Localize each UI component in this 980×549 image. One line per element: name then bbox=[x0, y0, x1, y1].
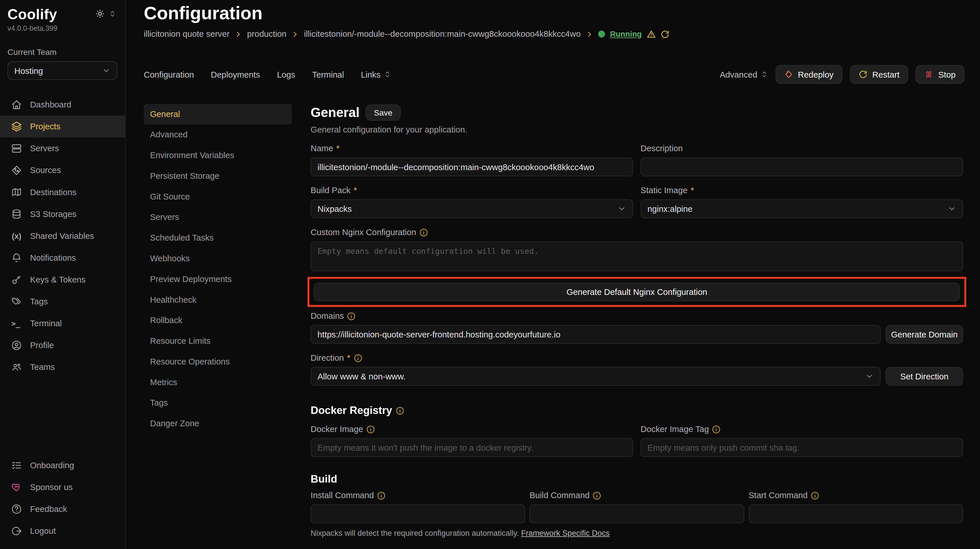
redeploy-icon bbox=[784, 70, 793, 79]
section-heading-docker-registry: Docker Registry bbox=[311, 404, 963, 417]
info-icon[interactable] bbox=[811, 491, 819, 500]
chevrons-up-down-icon bbox=[760, 71, 768, 78]
sidebar-item-projects[interactable]: Projects bbox=[0, 116, 125, 137]
subnav-resource-operations[interactable]: Resource Operations bbox=[144, 351, 292, 372]
sidebar-footer: Onboarding Sponsor us Feedback Logout bbox=[0, 454, 125, 542]
domains-input[interactable] bbox=[311, 325, 881, 344]
sidebar-item-s3-storages[interactable]: S3 Storages bbox=[0, 203, 125, 225]
chevrons-up-down-icon bbox=[383, 71, 391, 78]
tab-logs[interactable]: Logs bbox=[277, 70, 296, 79]
variables-icon: (x) bbox=[11, 232, 22, 240]
stop-button[interactable]: Stop bbox=[916, 65, 964, 84]
sidebar-item-servers[interactable]: Servers bbox=[0, 137, 125, 159]
subnav-environment-variables[interactable]: Environment Variables bbox=[144, 145, 292, 166]
info-icon[interactable] bbox=[419, 228, 428, 237]
subnav-advanced[interactable]: Advanced bbox=[144, 124, 292, 145]
name-label: Name* bbox=[311, 144, 633, 153]
layers-icon bbox=[11, 121, 22, 132]
docker-image-input[interactable] bbox=[311, 438, 633, 457]
subnav-general[interactable]: General bbox=[144, 104, 292, 124]
info-icon[interactable] bbox=[396, 406, 404, 415]
subnav-rollback[interactable]: Rollback bbox=[144, 310, 292, 331]
tab-terminal[interactable]: Terminal bbox=[312, 70, 344, 79]
alert-triangle-icon[interactable] bbox=[647, 30, 655, 38]
info-icon[interactable] bbox=[353, 353, 362, 362]
start-command-input[interactable] bbox=[749, 504, 963, 523]
sidebar-item-shared-variables[interactable]: (x) Shared Variables bbox=[0, 225, 125, 247]
build-pack-label: Build Pack* bbox=[311, 186, 633, 195]
sidebar-item-keys-tokens[interactable]: Keys & Tokens bbox=[0, 269, 125, 291]
direction-select[interactable]: Allow www & non-www. bbox=[311, 367, 881, 386]
static-image-select[interactable]: nginx:alpine bbox=[641, 199, 963, 218]
restart-icon bbox=[858, 70, 867, 79]
sidebar-item-onboarding[interactable]: Onboarding bbox=[0, 454, 125, 476]
team-select-value: Hosting bbox=[14, 66, 43, 75]
save-button[interactable]: Save bbox=[366, 104, 401, 121]
generate-domain-button[interactable]: Generate Domain bbox=[886, 325, 963, 344]
logout-icon bbox=[11, 526, 22, 536]
build-pack-select[interactable]: Nixpacks bbox=[311, 199, 633, 218]
tab-configuration[interactable]: Configuration bbox=[144, 70, 194, 79]
generate-nginx-button[interactable]: Generate Default Nginx Configuration bbox=[314, 283, 960, 301]
set-direction-button[interactable]: Set Direction bbox=[886, 367, 963, 386]
subnav-tags[interactable]: Tags bbox=[144, 393, 292, 413]
subnav-git-source[interactable]: Git Source bbox=[144, 186, 292, 207]
custom-nginx-textarea[interactable] bbox=[311, 241, 963, 271]
sidebar-item-tags[interactable]: Tags bbox=[0, 291, 125, 312]
heart-hands-icon bbox=[11, 482, 22, 493]
theme-toggle-sun-icon[interactable] bbox=[96, 10, 104, 18]
info-icon[interactable] bbox=[366, 425, 375, 433]
tab-links[interactable]: Links bbox=[361, 70, 391, 79]
build-command-input[interactable] bbox=[530, 504, 745, 523]
server-icon bbox=[11, 143, 22, 154]
name-input[interactable] bbox=[311, 158, 633, 176]
sidebar-item-teams[interactable]: Teams bbox=[0, 356, 125, 378]
docker-image-tag-label: Docker Image Tag bbox=[641, 425, 963, 434]
team-select[interactable]: Hosting bbox=[8, 61, 118, 80]
subnav-danger-zone[interactable]: Danger Zone bbox=[144, 413, 292, 434]
description-input[interactable] bbox=[641, 158, 963, 176]
sidebar-item-profile[interactable]: Profile bbox=[0, 334, 125, 356]
install-command-input[interactable] bbox=[311, 504, 525, 523]
status-running-link[interactable]: Running bbox=[610, 30, 642, 38]
subnav-preview-deployments[interactable]: Preview Deployments bbox=[144, 269, 292, 290]
info-icon[interactable] bbox=[377, 491, 386, 500]
sidebar-item-feedback[interactable]: Feedback bbox=[0, 498, 125, 520]
subnav-scheduled-tasks[interactable]: Scheduled Tasks bbox=[144, 228, 292, 248]
page-title: Configuration bbox=[144, 3, 262, 24]
sidebar-item-notifications[interactable]: Notifications bbox=[0, 247, 125, 269]
section-heading-build: Build bbox=[311, 473, 963, 485]
framework-docs-link[interactable]: Framework Specific Docs bbox=[521, 529, 609, 538]
subnav-resource-limits[interactable]: Resource Limits bbox=[144, 331, 292, 351]
subnav-healthcheck[interactable]: Healthcheck bbox=[144, 290, 292, 310]
subnav-servers[interactable]: Servers bbox=[144, 207, 292, 228]
nixpacks-note: Nixpacks will detect the required config… bbox=[311, 529, 963, 538]
subnav-metrics[interactable]: Metrics bbox=[144, 372, 292, 393]
tab-deployments[interactable]: Deployments bbox=[211, 70, 260, 79]
breadcrumb-resource[interactable]: illicitestonion/-module--decomposition:m… bbox=[304, 29, 581, 39]
redeploy-button[interactable]: Redeploy bbox=[775, 65, 842, 84]
description-label: Description bbox=[641, 144, 963, 153]
docker-image-tag-input[interactable] bbox=[641, 438, 963, 457]
sidebar-item-logout[interactable]: Logout bbox=[0, 520, 125, 542]
info-icon[interactable] bbox=[712, 425, 721, 433]
sidebar-item-sponsor[interactable]: Sponsor us bbox=[0, 476, 125, 498]
chevrons-up-down-icon[interactable] bbox=[109, 10, 116, 18]
help-circle-icon bbox=[11, 504, 22, 514]
breadcrumb-project[interactable]: illicitonion quote server bbox=[144, 29, 230, 39]
current-team-label: Current Team bbox=[8, 48, 118, 57]
restart-button[interactable]: Restart bbox=[850, 65, 908, 84]
sidebar-item-sources[interactable]: Sources bbox=[0, 159, 125, 181]
sidebar-item-terminal[interactable]: >_ Terminal bbox=[0, 312, 125, 334]
advanced-dropdown[interactable]: Advanced bbox=[720, 70, 768, 79]
info-icon[interactable] bbox=[347, 312, 356, 320]
sidebar-item-dashboard[interactable]: Dashboard bbox=[0, 94, 125, 116]
subnav-webhooks[interactable]: Webhooks bbox=[144, 248, 292, 269]
sidebar-item-destinations[interactable]: Destinations bbox=[0, 181, 125, 203]
app-logo: Coolify bbox=[8, 6, 57, 23]
breadcrumb-environment[interactable]: production bbox=[247, 29, 286, 39]
refresh-icon[interactable] bbox=[660, 30, 669, 38]
info-icon[interactable] bbox=[593, 491, 601, 500]
custom-nginx-label: Custom Nginx Configuration bbox=[311, 228, 963, 237]
subnav-persistent-storage[interactable]: Persistent Storage bbox=[144, 165, 292, 186]
